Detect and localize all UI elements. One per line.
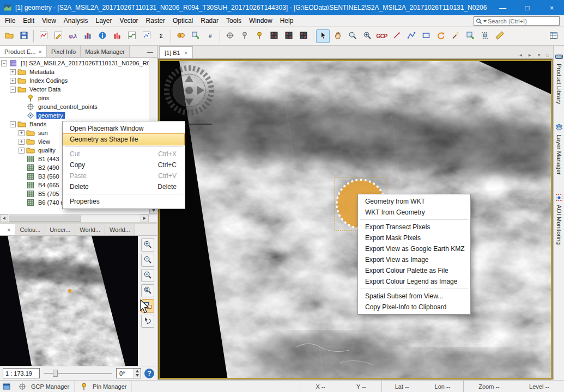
image-view[interactable] (159, 60, 552, 379)
tree-expander-icon[interactable]: − (1, 60, 7, 66)
uncertainty-button[interactable] (110, 29, 124, 43)
menu-item-export-view-as-image[interactable]: Export View as Image (359, 254, 470, 265)
rotation-spinbox[interactable]: 0° (116, 368, 141, 378)
line-tool-button[interactable] (390, 29, 403, 43)
dock-tab-product-library[interactable]: Product Library (555, 52, 563, 105)
selection-tool-button[interactable] (316, 29, 330, 43)
tree-item-geometry[interactable]: geometry (0, 111, 149, 120)
menu-root-item[interactable]: Analysis (60, 16, 92, 26)
spinner-down-icon[interactable] (134, 373, 141, 378)
tab-close-icon[interactable]: × (184, 50, 187, 56)
nav-sync-cursor-button[interactable] (141, 315, 154, 328)
scrollbar-thumb[interactable] (9, 216, 81, 222)
export-view-button[interactable] (463, 29, 477, 43)
menu-root-item[interactable]: Optical (169, 16, 197, 26)
tree-item-vector-data[interactable]: − Vector Data (0, 85, 149, 94)
maximize-view-button[interactable]: □ (544, 52, 550, 58)
placemark-button[interactable] (252, 29, 266, 43)
menu-item-export-view-as-google-earth-kmz[interactable]: Export View as Google Earth KMZ (359, 243, 470, 254)
tree-expander-icon[interactable]: − (10, 87, 16, 93)
search-box[interactable] (474, 16, 560, 26)
correlative-data-button[interactable] (174, 29, 187, 43)
attribute-table-button[interactable] (547, 29, 560, 43)
view-tab-b1[interactable]: [1] B1 × (159, 46, 193, 58)
tree-expander-icon[interactable]: − (10, 121, 16, 127)
geo-coding-button[interactable]: φ,λ (66, 29, 80, 43)
rectangle-tool-button[interactable] (419, 29, 433, 43)
spectrum-view-button[interactable] (51, 29, 65, 43)
zoom-tool-button[interactable] (345, 29, 359, 43)
spatial-subset-button[interactable] (478, 29, 492, 43)
tab-mask-manager[interactable]: Mask Manager (81, 46, 130, 57)
navigation-thumbnail[interactable] (0, 236, 138, 366)
open-product-button[interactable] (2, 29, 16, 43)
slider-thumb[interactable] (53, 370, 58, 377)
histogram-button[interactable] (81, 29, 94, 43)
tab-product-explorer[interactable]: Product E... × (0, 46, 47, 57)
tree-item-pins[interactable]: pins (0, 94, 149, 102)
menu-item-cut[interactable]: Cut Ctrl+X (63, 149, 184, 160)
nav-zoom-pixel-button[interactable] (141, 269, 154, 282)
dock-tab-layer-manager[interactable]: Layer Manager (555, 123, 563, 175)
tab-close-icon[interactable]: × (7, 226, 10, 233)
help-button[interactable]: ? (144, 369, 154, 378)
tree-expander-icon[interactable]: + (19, 139, 25, 145)
band-select-button[interactable] (296, 29, 310, 43)
tree-expander-icon[interactable]: + (10, 78, 16, 84)
statusbar-tab-pin-manager[interactable]: Pin Manager (75, 381, 132, 392)
scroll-right-button[interactable] (141, 215, 149, 222)
line-plot-button[interactable] (37, 29, 50, 43)
gcp-manager-button[interactable] (223, 29, 236, 43)
tree-item-product-root[interactable]: − [1] S2A_MSIL2A_20171026T110131_N0206_R… (0, 59, 149, 68)
tree-item-metadata[interactable]: + Metadata (0, 68, 149, 76)
nav-zoom-all-button[interactable] (141, 284, 154, 297)
menu-item-geometry-as-shape-file[interactable]: Geometry as Shape file (63, 134, 184, 145)
tree-expander-icon[interactable]: + (10, 69, 16, 75)
scatter-plot-button[interactable] (140, 29, 153, 43)
measurement-button[interactable] (493, 29, 506, 43)
menu-item-copy-pixel-info-to-clipboard[interactable]: Copy Pixel-Info to Clipboard (359, 302, 470, 313)
tree-horizontal-scrollbar[interactable] (0, 214, 157, 222)
menu-root-item[interactable]: View (38, 16, 60, 26)
tree-expander-icon[interactable]: + (19, 148, 25, 154)
tree-item-ground-control-points[interactable]: ground_control_points (0, 102, 149, 111)
menu-root-item[interactable]: Layer (92, 16, 116, 26)
tab-list-button[interactable]: ▼ (535, 52, 543, 58)
tab-uncertainty[interactable]: Uncer... (45, 224, 75, 235)
menu-item-geometry-from-wkt[interactable]: Geometry from WKT (359, 196, 470, 207)
export-geometry-button[interactable] (189, 29, 202, 43)
menu-item-export-mask-pixels[interactable]: Export Mask Pixels (359, 232, 470, 243)
save-product-button[interactable] (17, 29, 31, 43)
menu-item-export-transect-pixels[interactable]: Export Transect Pixels (359, 222, 470, 232)
rotate-view-button[interactable] (434, 29, 447, 43)
menu-root-item[interactable]: Help (276, 16, 298, 26)
minimize-dock-button[interactable]: — (143, 48, 157, 55)
statusbar-tab-gcp-manager[interactable]: GCP Manager (13, 381, 75, 392)
profile-plot-button[interactable] (125, 29, 138, 43)
pixel-extraction-button[interactable] (267, 29, 281, 43)
dock-tab-aoi-monitoring[interactable]: AOI Monitoring (555, 193, 563, 244)
menu-item-export-colour-legend-as-image[interactable]: Export Colour Legend as Image (359, 276, 470, 287)
pan-tool-button[interactable] (331, 29, 344, 43)
gcp-tool-button[interactable]: GCP (375, 29, 389, 43)
menu-root-item[interactable]: File (1, 16, 19, 26)
menu-item-delete[interactable]: Delete Delete (63, 181, 184, 192)
polyline-tool-button[interactable] (404, 29, 418, 43)
menu-item-copy[interactable]: Copy Ctrl+C (63, 160, 184, 170)
nav-zoom-in-button[interactable] (141, 238, 154, 252)
tab-world-view[interactable]: World... (75, 224, 105, 235)
menu-item-wkt-from-geometry[interactable]: WKT from Geometry (359, 207, 470, 218)
tab-navigation[interactable]: × (0, 224, 15, 235)
tab-close-icon[interactable]: × (38, 48, 41, 55)
tab-world-map[interactable]: World... (105, 224, 135, 235)
zoom-in-tool-button[interactable] (360, 29, 374, 43)
scroll-left-button[interactable] (0, 215, 8, 222)
statistics-button[interactable]: Σ (154, 29, 168, 43)
menu-item-properties[interactable]: Properties (63, 196, 184, 207)
tab-colour-manipulation[interactable]: Colou... (15, 224, 45, 235)
menu-item-paste[interactable]: Paste Ctrl+V (63, 170, 184, 181)
menu-root-item[interactable]: Tools (222, 16, 245, 26)
zoom-scale-field[interactable]: 1 : 173.19 (3, 368, 40, 378)
search-input[interactable] (488, 18, 557, 24)
menu-root-item[interactable]: Raster (142, 16, 169, 26)
